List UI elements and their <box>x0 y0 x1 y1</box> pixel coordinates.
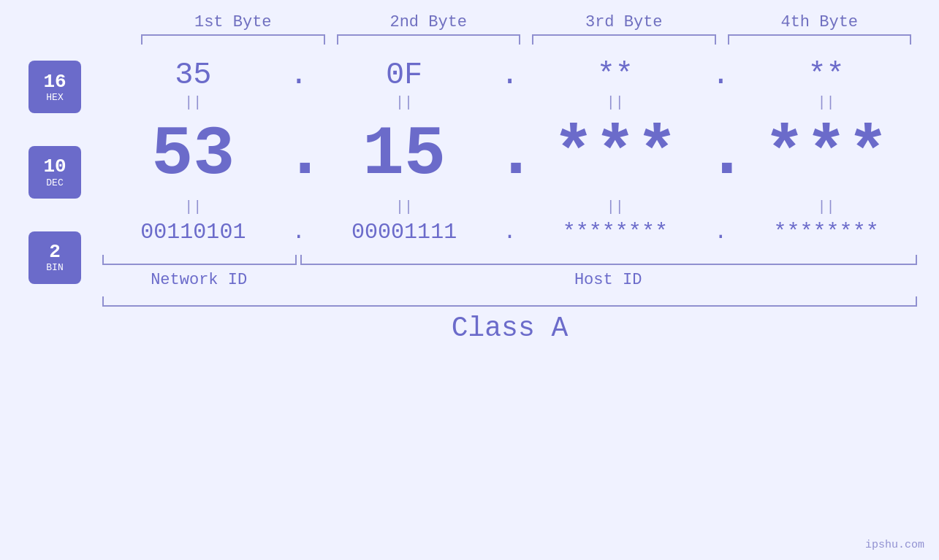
dec-badge-label: DEC <box>46 177 63 188</box>
bin-badge-label: BIN <box>46 262 63 273</box>
equals-row-1: || || || || <box>102 93 917 112</box>
dec-val-3: *** <box>525 120 707 190</box>
bracket-network <box>102 255 297 265</box>
bin-val-2: 00001111 <box>313 220 495 245</box>
dec-sep-2: . <box>495 115 525 194</box>
eq1-4: || <box>735 94 917 111</box>
byte-headers-row: 1st Byte 2nd Byte 3rd Byte 4th Byte <box>0 0 939 31</box>
eq2-3: || <box>525 199 707 215</box>
network-id-label: Network ID <box>102 271 295 289</box>
class-bracket-row <box>102 296 917 308</box>
byte-header-4: 4th Byte <box>722 13 918 31</box>
hex-badge-label: HEX <box>46 92 63 103</box>
dec-val-2: 15 <box>313 120 495 190</box>
byte-header-3: 3rd Byte <box>526 13 722 31</box>
bracket-byte-1 <box>141 34 325 45</box>
hex-sep-3: . <box>706 58 735 93</box>
watermark: ipshu.com <box>865 539 924 551</box>
bin-sep-3: . <box>706 220 735 245</box>
bracket-host <box>300 255 917 265</box>
hex-val-4: ** <box>735 58 917 93</box>
equals-row-2: || || || || <box>102 197 917 217</box>
eq1-2: || <box>313 94 495 111</box>
dec-sep-3: . <box>706 115 735 194</box>
eq2-1: || <box>102 199 284 215</box>
bracket-byte-2 <box>337 34 521 45</box>
bin-val-3: ******** <box>525 220 707 245</box>
dec-badge-number: 10 <box>43 156 66 177</box>
page-container: 1st Byte 2nd Byte 3rd Byte 4th Byte 16 H… <box>0 0 939 560</box>
bin-val-4: ******** <box>735 220 917 245</box>
byte-header-1: 1st Byte <box>135 13 331 31</box>
badges-column: 16 HEX 10 DEC 2 BIN <box>0 52 102 344</box>
dec-val-1: 53 <box>102 120 284 190</box>
dec-sep-1: . <box>284 115 313 194</box>
hex-sep-1: . <box>284 58 313 93</box>
eq1-3: || <box>525 94 707 111</box>
eq2-2: || <box>313 199 495 215</box>
data-section: 35 . 0F . ** . ** || || || || 53 <box>102 52 939 344</box>
bracket-byte-4 <box>728 34 912 45</box>
hex-row: 35 . 0F . ** . ** <box>102 52 917 93</box>
bin-badge: 2 BIN <box>28 231 81 284</box>
bin-sep-2: . <box>495 220 525 245</box>
dec-val-4: *** <box>735 120 917 190</box>
hex-val-1: 35 <box>102 58 284 93</box>
eq2-4: || <box>735 199 917 215</box>
bin-badge-number: 2 <box>49 242 61 263</box>
hex-val-3: ** <box>525 58 707 93</box>
bracket-class <box>102 296 917 307</box>
hex-badge: 16 HEX <box>28 61 81 113</box>
bin-row: 00110101 . 00001111 . ******** . *******… <box>102 217 917 252</box>
bin-sep-1: . <box>284 220 313 245</box>
hex-sep-2: . <box>495 58 525 93</box>
class-label: Class A <box>452 312 569 344</box>
hex-badge-number: 16 <box>43 72 66 93</box>
top-brackets <box>0 34 939 45</box>
hex-val-2: 0F <box>313 58 495 93</box>
main-content: 16 HEX 10 DEC 2 BIN 35 . 0F . ** . ** <box>0 52 939 344</box>
dec-badge: 10 DEC <box>28 146 81 199</box>
byte-header-2: 2nd Byte <box>331 13 527 31</box>
eq1-1: || <box>102 94 284 111</box>
network-host-labels: Network ID Host ID <box>102 271 917 289</box>
bracket-byte-3 <box>532 34 716 45</box>
dec-row: 53 . 15 . *** . *** <box>102 112 917 197</box>
bin-val-1: 00110101 <box>102 220 284 245</box>
class-label-row: Class A <box>102 312 917 344</box>
network-host-brackets <box>102 255 917 266</box>
host-id-label: Host ID <box>299 271 917 289</box>
